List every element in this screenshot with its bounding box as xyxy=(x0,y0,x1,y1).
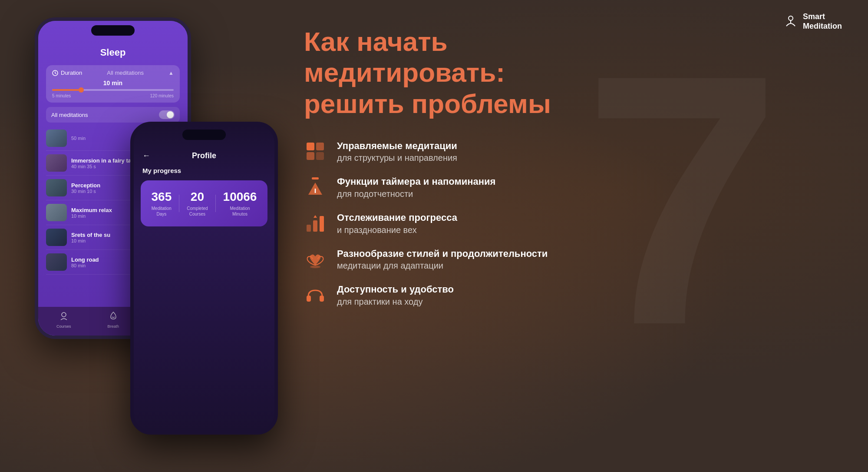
phones-area: Sleep Duration All meditations ▲ 10 min xyxy=(35,17,278,452)
feature-timer: Функции таймера и напоминания для подотч… xyxy=(304,176,842,199)
svg-point-16 xyxy=(310,266,320,268)
feature-progress: Отслеживание прогресса и празднование ве… xyxy=(304,212,842,236)
svg-rect-13 xyxy=(313,220,317,232)
feature-text-accessibility: Доступность и удобство для практики на х… xyxy=(337,283,842,307)
stat-divider-2 xyxy=(215,195,216,212)
right-content-area: Как начать медитировать: решить проблемы… xyxy=(304,26,842,307)
svg-rect-10 xyxy=(312,177,319,179)
phone2-screen-title: Profile xyxy=(192,151,216,160)
toggle-label: All meditations xyxy=(51,112,88,118)
meditation-days-label: MeditationDays xyxy=(152,206,172,217)
duration-slider[interactable] xyxy=(52,89,174,91)
feature-accessibility: Доступность и удобство для практики на х… xyxy=(304,283,842,307)
phone-2-profile: ← Profile My progress 365 MeditationDays… xyxy=(130,122,278,435)
meditation-days-stat: 365 MeditationDays xyxy=(152,190,172,217)
duration-value: 10 min xyxy=(52,80,174,86)
nav-courses[interactable]: Courses xyxy=(56,311,71,329)
svg-rect-6 xyxy=(307,143,314,150)
features-list: Управляемые медитации для структуры и на… xyxy=(304,140,842,307)
nav-breath[interactable]: Breath xyxy=(108,311,119,329)
feature-title-guided: Управляемые медитации xyxy=(337,140,842,153)
filter-row: Duration All meditations ▲ xyxy=(52,70,174,76)
phone2-header: ← Profile xyxy=(134,147,274,167)
completed-courses-number: 20 xyxy=(187,190,208,204)
back-button[interactable]: ← xyxy=(142,151,150,160)
meditation-minutes-stat: 10066 MeditationMinutos xyxy=(223,190,257,217)
timer-icon xyxy=(304,176,327,198)
svg-rect-17 xyxy=(307,296,311,302)
svg-marker-15 xyxy=(314,215,317,218)
logo-text: Smart Meditation xyxy=(803,12,842,31)
feature-guided: Управляемые медитации для структуры и на… xyxy=(304,140,842,164)
feature-sub-accessibility: для практики на ходу xyxy=(337,296,842,307)
meditation-thumbnail xyxy=(46,179,67,196)
feature-sub-variety: медитации для адаптации xyxy=(337,260,842,271)
meditation-thumbnail xyxy=(46,130,67,147)
phone2-content: ← Profile My progress 365 MeditationDays… xyxy=(134,125,274,431)
meditation-minutes-number: 10066 xyxy=(223,190,257,204)
meditation-days-number: 365 xyxy=(152,190,172,204)
meditation-thumbnail xyxy=(46,253,67,271)
progress-icon xyxy=(304,212,327,234)
svg-point-3 xyxy=(62,312,66,317)
my-progress-label: My progress xyxy=(134,167,274,180)
feature-title-timer: Функции таймера и напоминания xyxy=(337,176,842,188)
courses-icon xyxy=(59,311,69,323)
feature-variety: Разнообразие стилей и продолжительности … xyxy=(304,248,842,272)
courses-label: Courses xyxy=(56,324,71,329)
chevron-up-icon: ▲ xyxy=(168,70,174,76)
feature-sub-guided: для структуры и направления xyxy=(337,152,842,163)
grid-icon xyxy=(304,140,327,163)
feature-text-variety: Разнообразие стилей и продолжительности … xyxy=(337,248,842,272)
meditation-thumbnail xyxy=(46,204,67,221)
feature-title-variety: Разнообразие стилей и продолжительности xyxy=(337,248,842,260)
meditation-minutes-label: MeditationMinutos xyxy=(223,206,257,217)
svg-rect-8 xyxy=(307,152,314,160)
meditation-thumbnail xyxy=(46,154,67,172)
feature-text-guided: Управляемые медитации для структуры и на… xyxy=(337,140,842,164)
logo-icon xyxy=(783,14,799,30)
duration-filter-box[interactable]: Duration All meditations ▲ 10 min 5 minu… xyxy=(46,65,180,103)
svg-rect-18 xyxy=(320,296,324,302)
filter-badge: All meditations xyxy=(107,70,144,76)
phone1-notch xyxy=(91,25,135,36)
feature-text-timer: Функции таймера и напоминания для подотч… xyxy=(337,176,842,199)
all-meditations-toggle[interactable]: All meditations xyxy=(46,107,180,123)
completed-courses-stat: 20 CompletedCourses xyxy=(187,190,208,217)
svg-point-0 xyxy=(789,16,793,20)
clock-icon xyxy=(52,70,58,76)
filter-label: Duration xyxy=(52,70,82,76)
slider-fill xyxy=(52,89,83,91)
feature-title-progress: Отслеживание прогресса xyxy=(337,212,842,224)
completed-courses-label: CompletedCourses xyxy=(187,206,208,217)
svg-rect-9 xyxy=(316,152,324,160)
toggle-switch[interactable] xyxy=(159,110,175,119)
svg-rect-7 xyxy=(316,143,324,150)
toggle-knob xyxy=(167,111,174,118)
feature-text-progress: Отслеживание прогресса и празднование ве… xyxy=(337,212,842,236)
phone1-screen-title: Sleep xyxy=(46,47,180,58)
svg-rect-12 xyxy=(307,225,311,232)
main-heading: Как начать медитировать: решить проблемы xyxy=(304,26,842,119)
phone2-notch xyxy=(182,130,226,140)
svg-rect-14 xyxy=(320,216,324,232)
breath-label: Breath xyxy=(108,324,119,329)
progress-stats-card: 365 MeditationDays 20 CompletedCourses 1… xyxy=(141,180,267,226)
stat-divider xyxy=(179,195,179,212)
headphone-icon xyxy=(304,283,327,306)
feature-sub-timer: для подотчетности xyxy=(337,188,842,199)
logo: Smart Meditation xyxy=(783,12,842,31)
lotus-icon xyxy=(304,248,327,270)
feature-sub-progress: и празднование вех xyxy=(337,224,842,236)
slider-labels: 5 minutes 120 minutes xyxy=(52,93,174,98)
meditation-thumbnail xyxy=(46,229,67,246)
slider-thumb xyxy=(79,87,84,93)
feature-title-accessibility: Доступность и удобство xyxy=(337,283,842,296)
breath-icon xyxy=(109,311,118,323)
